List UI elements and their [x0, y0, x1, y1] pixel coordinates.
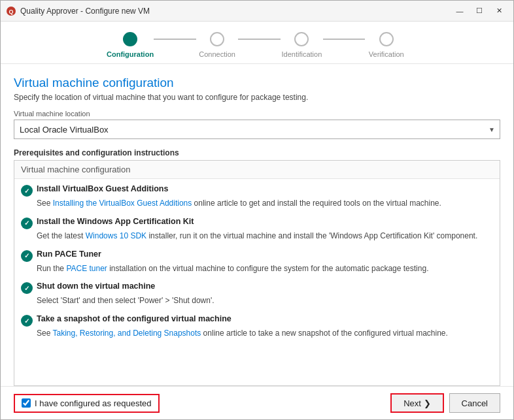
- prereq-item-3-title: Run PACE Tuner: [21, 250, 493, 262]
- prereq-scroll[interactable]: Install VirtualBox Guest Additions See I…: [14, 179, 500, 385]
- footer-buttons: Next ❯ Cancel: [390, 393, 500, 413]
- checkbox-configured-area: I have configured as requested: [14, 394, 160, 413]
- configured-checkbox[interactable]: [22, 398, 31, 408]
- prereq-item-4: Shut down the virtual machine Select 'St…: [21, 282, 493, 306]
- footer-area: I have configured as requested Next ❯ Ca…: [1, 386, 513, 419]
- location-select[interactable]: Local Oracle VirtualBox: [14, 120, 500, 139]
- prereq-item-2-title: Install the Windows App Certification Ki…: [21, 217, 493, 229]
- window-controls: — ☐ ✕: [451, 5, 508, 18]
- connector-2: [238, 39, 281, 40]
- step-verification: Verification: [365, 32, 407, 58]
- prereq-item-3: Run PACE Tuner Run the PACE tuner instal…: [21, 250, 493, 274]
- minimize-button[interactable]: —: [451, 5, 469, 18]
- field-label-location: Virtual machine location: [14, 110, 500, 118]
- prereq-item-4-body: Select 'Start' and then select 'Power' >…: [21, 295, 493, 306]
- step-configuration: Configuration: [107, 32, 154, 58]
- link-snapshots[interactable]: Taking, Restoring, and Deleting Snapshot…: [52, 329, 201, 338]
- main-window: Q Quality Approver - Configure new VM — …: [0, 0, 514, 420]
- step-label-identification: Identification: [282, 50, 322, 58]
- step-connection: Connection: [196, 32, 239, 58]
- connector-3: [323, 39, 366, 40]
- prereq-item-5: Take a snapshot of the configured virtua…: [21, 314, 493, 339]
- step-identification: Identification: [281, 32, 323, 58]
- link-virtualbox-additions[interactable]: Installing the VirtualBox Guest Addition…: [53, 199, 192, 208]
- check-icon-4: [21, 282, 33, 294]
- check-icon-2: [21, 218, 33, 229]
- page-subtitle: Specify the location of virtual machine …: [14, 93, 500, 102]
- cancel-button[interactable]: Cancel: [449, 393, 500, 413]
- prereq-item-2-body: Get the latest Windows 10 SDK installer,…: [21, 231, 493, 242]
- prereq-item-4-title: Shut down the virtual machine: [21, 282, 493, 294]
- connector-1: [154, 39, 196, 40]
- link-win10-sdk[interactable]: Windows 10 SDK: [86, 231, 146, 240]
- content-area: Virtual machine configuration Specify th…: [1, 64, 513, 386]
- step-circle-identification: [294, 32, 309, 46]
- window-title: Quality Approver - Configure new VM: [20, 7, 451, 16]
- svg-text:Q: Q: [9, 8, 13, 15]
- close-button[interactable]: ✕: [490, 5, 508, 18]
- location-select-wrapper: Local Oracle VirtualBox ▼: [14, 120, 500, 139]
- section-label: Prerequisites and configuration instruct…: [14, 148, 500, 157]
- step-label-connection: Connection: [199, 50, 235, 58]
- prereq-box: Virtual machine configuration Install Vi…: [14, 160, 500, 386]
- title-bar: Q Quality Approver - Configure new VM — …: [1, 1, 513, 22]
- check-icon-1: [21, 185, 33, 197]
- link-pace-tuner[interactable]: PACE tuner: [66, 264, 107, 273]
- step-circle-connection: [210, 32, 224, 46]
- checkbox-configured-label[interactable]: I have configured as requested: [35, 398, 152, 408]
- app-icon: Q: [6, 6, 16, 16]
- prereq-item-5-body: See Taking, Restoring, and Deleting Snap…: [21, 328, 493, 339]
- prereq-box-title: Virtual machine configuration: [14, 161, 500, 179]
- prereq-item-1: Install VirtualBox Guest Additions See I…: [21, 184, 493, 209]
- step-circle-configuration: [123, 32, 137, 46]
- next-button[interactable]: Next ❯: [390, 393, 443, 413]
- check-icon-5: [21, 315, 33, 327]
- page-title: Virtual machine configuration: [14, 76, 500, 90]
- wizard-steps: Configuration Connection Identification …: [1, 22, 513, 64]
- check-icon-3: [21, 250, 33, 262]
- maximize-button[interactable]: ☐: [470, 5, 488, 18]
- step-circle-verification: [379, 32, 394, 46]
- prereq-item-1-body: See Installing the VirtualBox Guest Addi…: [21, 198, 493, 209]
- step-label-verification: Verification: [369, 50, 404, 58]
- steps-track: Configuration Connection Identification …: [107, 32, 407, 58]
- prereq-item-2: Install the Windows App Certification Ki…: [21, 217, 493, 242]
- prereq-item-5-title: Take a snapshot of the configured virtua…: [21, 314, 493, 327]
- prereq-item-3-body: Run the PACE tuner installation on the v…: [21, 263, 493, 274]
- prereq-item-1-title: Install VirtualBox Guest Additions: [21, 184, 493, 197]
- step-label-configuration: Configuration: [107, 50, 154, 58]
